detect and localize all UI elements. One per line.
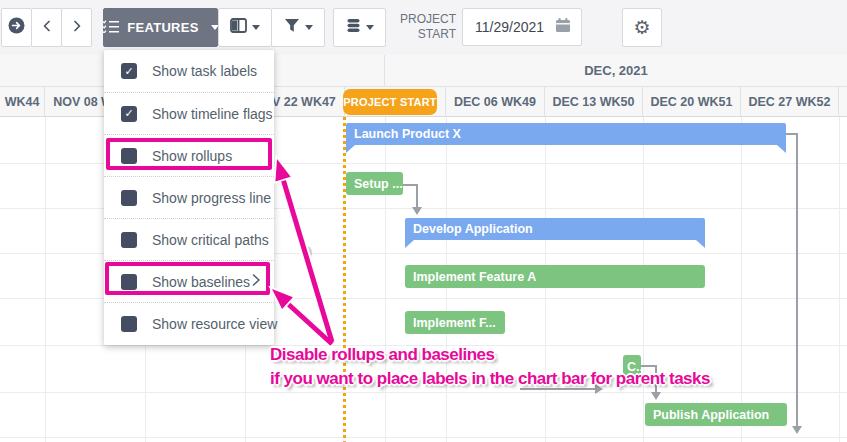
grid-line-h [0, 392, 847, 393]
summary-tail-right [696, 240, 705, 248]
layers-dropdown-button[interactable] [333, 8, 386, 47]
checklist-icon [102, 19, 120, 37]
nav-button-group [2, 8, 92, 47]
go-to-start-button[interactable] [1, 8, 32, 47]
month-cell-dec: DEC, 2021 [385, 55, 847, 86]
features-dropdown-button[interactable]: FEATURES [103, 8, 218, 47]
summary-tail-left [346, 145, 355, 153]
grid-line-v [839, 117, 840, 442]
next-button[interactable] [61, 8, 92, 47]
project-start-line [343, 117, 346, 442]
toolbar: FEATURES PROJECT START 11/29/202 [0, 0, 847, 56]
annotation-line-1: Disable rollups and baselines [270, 345, 495, 365]
splitter-handle[interactable] [303, 245, 312, 261]
checkbox-unchecked[interactable] [121, 148, 137, 164]
week-cell: DEC 27 WK52 [741, 87, 839, 116]
task-bar[interactable]: Implement Feature A [405, 265, 705, 288]
filter-funnel-icon [284, 18, 300, 37]
week-cell: DEC 20 WK51 [643, 87, 741, 116]
checkbox-checked[interactable] [121, 106, 137, 122]
task-bar-label: Launch Product X [354, 127, 461, 141]
features-button-label: FEATURES [127, 20, 199, 35]
project-start-date-input[interactable]: 11/29/2021 [462, 8, 582, 46]
week-cell: DEC 13 WK50 [545, 87, 643, 116]
submenu-chevron-icon [250, 273, 262, 291]
checkbox-checked[interactable] [121, 63, 137, 79]
grid-line-h [0, 437, 847, 438]
task-bar[interactable]: Publish Application [645, 403, 787, 426]
columns-dropdown-button[interactable] [218, 8, 272, 47]
chevron-right-icon [70, 19, 84, 37]
task-bar-summary[interactable]: Develop Application [405, 218, 705, 240]
menu-item-show-baselines[interactable]: Show baselines [104, 260, 274, 302]
menu-item-show-progress-line[interactable]: Show progress line [104, 176, 274, 218]
checkbox-unchecked[interactable] [121, 316, 137, 332]
grid-line-v [741, 117, 742, 442]
task-bar-label: Develop Application [413, 222, 533, 236]
task-bar[interactable]: Implement F... [405, 311, 505, 334]
week-cell: WK44 [0, 87, 45, 116]
circle-arrow-icon [8, 17, 25, 38]
prev-button[interactable] [31, 8, 62, 47]
annotation-line-2: if you want to place labels in the chart… [270, 369, 710, 389]
date-value: 11/29/2021 [475, 19, 544, 35]
menu-item-show-timeline-flags[interactable]: Show timeline flags [104, 92, 274, 134]
checkbox-unchecked[interactable] [121, 274, 137, 290]
task-bar-summary[interactable]: Launch Product X [346, 123, 786, 145]
project-start-label: PROJECT START [384, 12, 456, 42]
filter-dropdown-button[interactable] [271, 8, 325, 47]
features-dropdown-menu: Show task labels Show timeline flags Sho… [104, 50, 274, 345]
layers-stack-icon [346, 18, 361, 37]
menu-item-show-critical-paths[interactable]: Show critical paths [104, 218, 274, 260]
task-bar-label: Implement F... [413, 316, 496, 330]
summary-tail-left [405, 240, 414, 248]
grid-line-v [385, 117, 386, 442]
menu-item-show-task-labels[interactable]: Show task labels [104, 50, 274, 92]
chevron-down-icon [252, 25, 260, 30]
chevron-left-icon [40, 19, 54, 37]
week-cell: DEC 06 WK49 [446, 87, 545, 116]
task-bar-label: Publish Application [653, 408, 769, 422]
task-bar-label: Setup ... [354, 177, 403, 191]
columns-icon [230, 18, 247, 37]
gantt-app: FEATURES PROJECT START 11/29/202 [0, 0, 847, 442]
task-bar-label: Implement Feature A [413, 270, 536, 284]
chevron-down-icon [305, 25, 313, 30]
settings-button[interactable]: ⚙ [622, 8, 662, 47]
chevron-down-icon [366, 25, 374, 30]
menu-item-show-resource-view[interactable]: Show resource view [104, 302, 274, 344]
grid-line-v [45, 117, 46, 442]
menu-item-show-rollups[interactable]: Show rollups [104, 134, 274, 176]
calendar-icon[interactable] [555, 17, 571, 37]
project-start-flag: PROJECT START [343, 89, 437, 115]
task-bar[interactable]: Setup ... [346, 172, 403, 195]
gear-icon: ⚙ [633, 18, 650, 37]
checkbox-unchecked[interactable] [121, 190, 137, 206]
checkbox-unchecked[interactable] [121, 232, 137, 248]
summary-tail-right [777, 145, 786, 153]
